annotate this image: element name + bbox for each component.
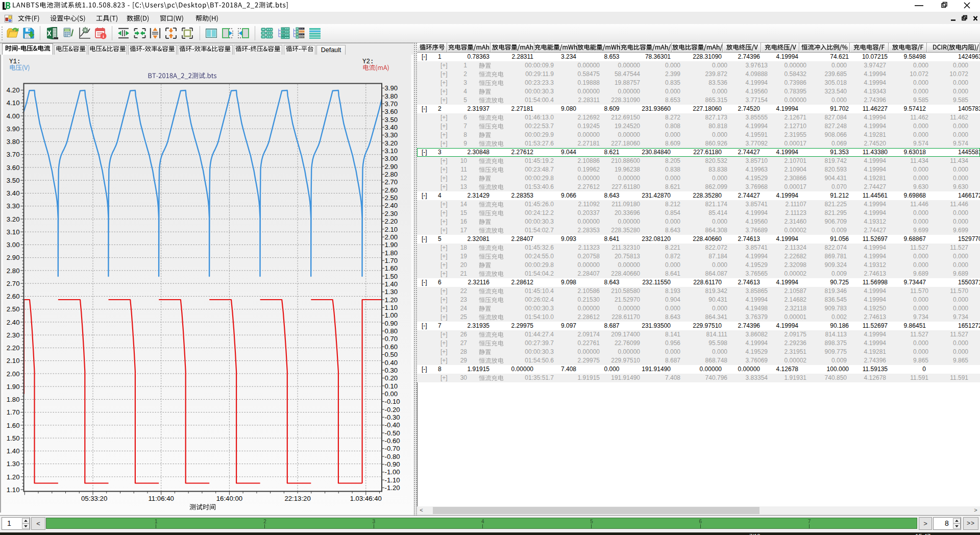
svg-text:2.90: 2.90 [7,254,20,261]
svg-text:4.20: 4.20 [7,86,20,94]
svg-text:2.00: 2.00 [7,370,20,378]
svg-text:3.10: 3.10 [7,228,20,236]
svg-text:0.90: 0.90 [385,320,398,327]
svg-text:2.10: 2.10 [7,357,20,364]
svg-text:1.20: 1.20 [385,296,398,304]
svg-text:2.60: 2.60 [385,186,398,194]
svg-text:2.80: 2.80 [7,267,20,275]
svg-text:1.10: 1.10 [385,304,398,311]
svg-text:1.10: 1.10 [7,486,20,494]
svg-text:2.10: 2.10 [385,226,398,233]
svg-text:2.00: 2.00 [385,233,398,241]
svg-text:1.40: 1.40 [385,280,398,288]
svg-text:1.90: 1.90 [7,383,20,391]
svg-text:-1.00: -1.00 [385,468,400,476]
svg-text:1.50: 1.50 [7,434,20,442]
svg-text:-0.40: -0.40 [385,421,400,429]
svg-text:0.80: 0.80 [385,327,398,335]
svg-text:-1.10: -1.10 [385,476,400,484]
svg-text:3.20: 3.20 [385,139,398,147]
svg-text:0.10: 0.10 [385,382,398,390]
svg-text:0.70: 0.70 [385,335,398,343]
svg-text:-0.30: -0.30 [385,414,400,421]
svg-text:-1.20: -1.20 [385,484,400,492]
svg-text:0.50: 0.50 [385,351,398,358]
svg-text:3.40: 3.40 [385,124,398,131]
svg-text:3.10: 3.10 [385,147,398,155]
svg-text:2.50: 2.50 [385,194,398,202]
svg-text:1.80: 1.80 [7,396,20,403]
svg-text:-0.10: -0.10 [385,398,400,405]
svg-text:1.00: 1.00 [385,311,398,319]
svg-text:1.60: 1.60 [7,422,20,429]
svg-text:-0.80: -0.80 [385,453,400,460]
svg-text:2.60: 2.60 [7,293,20,300]
svg-text:3.30: 3.30 [385,131,398,139]
svg-text:2.30: 2.30 [385,210,398,217]
svg-text:05:33:20: 05:33:20 [81,495,107,502]
svg-text:0.00: 0.00 [385,390,398,398]
svg-text:3.00: 3.00 [385,155,398,162]
svg-text:2.20: 2.20 [385,217,398,225]
svg-text:4.00: 4.00 [7,112,20,120]
svg-text:1.40: 1.40 [7,447,20,455]
svg-text:2.70: 2.70 [7,280,20,287]
svg-text:3.90: 3.90 [7,125,20,133]
svg-text:-0.20: -0.20 [385,406,400,414]
svg-text:16:40:00: 16:40:00 [216,495,242,502]
svg-text:3.80: 3.80 [7,138,20,145]
svg-text:1.60: 1.60 [385,264,398,272]
svg-text:3.50: 3.50 [7,177,20,184]
svg-text:2.40: 2.40 [7,319,20,326]
svg-text:1.20: 1.20 [7,473,20,481]
svg-text:3.40: 3.40 [7,189,20,197]
svg-text:3.90: 3.90 [385,84,398,92]
svg-text:2.80: 2.80 [385,171,398,178]
svg-text:22:13:20: 22:13:20 [284,495,310,502]
svg-text:3.60: 3.60 [385,108,398,115]
svg-text:1.80: 1.80 [385,249,398,257]
svg-text:0.20: 0.20 [385,374,398,382]
svg-text:1.03:46:40: 1.03:46:40 [350,495,382,502]
svg-text:-0.60: -0.60 [385,437,400,445]
svg-text:0.30: 0.30 [385,367,398,374]
svg-text:-0.90: -0.90 [385,460,400,468]
svg-text:3.50: 3.50 [385,116,398,124]
svg-text:1.30: 1.30 [7,460,20,468]
svg-text:1.30: 1.30 [385,288,398,296]
svg-text:1.70: 1.70 [7,408,20,416]
svg-text:3.70: 3.70 [7,151,20,158]
svg-text:11:06:40: 11:06:40 [149,495,174,502]
svg-text:Y1:: Y1: [9,58,21,65]
svg-text:0.60: 0.60 [385,343,398,351]
svg-text:2.50: 2.50 [7,305,20,313]
svg-text:0.40: 0.40 [385,359,398,367]
svg-text:2.40: 2.40 [385,202,398,209]
svg-text:4.10: 4.10 [7,99,20,107]
svg-text:3.60: 3.60 [7,164,20,172]
svg-text:1.70: 1.70 [385,257,398,264]
svg-text:2.70: 2.70 [385,178,398,186]
svg-text:-0.70: -0.70 [385,445,400,452]
svg-text:1.50: 1.50 [385,273,398,280]
svg-text:1.90: 1.90 [385,241,398,249]
svg-text:3.70: 3.70 [385,100,398,108]
svg-text:3.30: 3.30 [7,202,20,210]
svg-text:3.80: 3.80 [385,92,398,100]
svg-text:-0.50: -0.50 [385,429,400,437]
svg-text:3.20: 3.20 [7,215,20,223]
svg-text:2.90: 2.90 [385,163,398,171]
svg-text:2.20: 2.20 [7,344,20,352]
svg-text:3.00: 3.00 [7,241,20,249]
svg-text:2.30: 2.30 [7,331,20,339]
svg-text:Y2:: Y2: [362,58,374,65]
